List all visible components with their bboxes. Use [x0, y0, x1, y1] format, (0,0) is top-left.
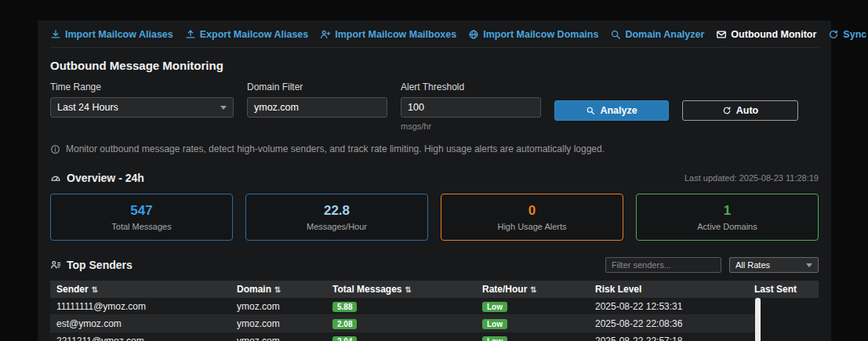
cell-sender: est@ymoz.com: [56, 318, 237, 329]
stat-card-messages-hour: 22.8 Messages/Hour: [245, 194, 428, 241]
upload-icon: [185, 29, 196, 40]
column-header-total-messages[interactable]: Total Messages⇅: [332, 284, 482, 295]
domain-filter-input[interactable]: [247, 97, 387, 118]
cell-sender: 11111111@ymoz.com: [56, 301, 237, 312]
stat-value: 1: [724, 203, 731, 219]
nav-label: Sync Manager: [843, 29, 868, 40]
stat-cards: 547 Total Messages 22.8 Messages/Hour 0 …: [50, 194, 819, 241]
refresh-icon: [722, 106, 732, 115]
chevron-down-icon: [806, 263, 812, 267]
time-range-value: Last 24 Hours: [57, 102, 118, 113]
time-range-select[interactable]: Last 24 Hours: [50, 97, 234, 118]
column-header-rate-hour[interactable]: Rate/Hour⇅: [482, 284, 595, 295]
alert-threshold-hint: msgs/hr: [401, 122, 541, 131]
sync-icon: [828, 29, 839, 40]
auto-button-label: Auto: [736, 105, 758, 116]
stat-card-high-usage-alerts: 0 High Usage Alerts: [441, 194, 623, 241]
table-scrollbar[interactable]: [755, 298, 761, 341]
cell-domain: ymoz.com: [237, 336, 332, 341]
nav-domain-analyzer[interactable]: Domain Analyzer: [610, 29, 704, 40]
stat-label: Messages/Hour: [307, 222, 367, 231]
messages-badge: 5.88: [332, 302, 357, 312]
nav-label: Export Mailcow Aliases: [200, 29, 308, 40]
auto-button[interactable]: Auto: [682, 100, 798, 121]
table-row[interactable]: est@ymoz.com ymoz.com 2.08 Low 2025-08-2…: [50, 315, 761, 332]
stat-card-active-domains: 1 Active Domains: [636, 194, 819, 241]
analyze-button[interactable]: Analyze: [554, 100, 669, 121]
stat-label: High Usage Alerts: [497, 222, 566, 231]
cell-domain: ymoz.com: [237, 318, 332, 329]
search-icon: [610, 29, 621, 40]
table-row[interactable]: 11111111@ymoz.com ymoz.com 5.88 Low 2025…: [50, 298, 761, 315]
outbound-monitor-page: Import Mailcow Aliases Export Mailcow Al…: [38, 20, 831, 341]
cell-timestamp: 2025-08-22 22:08:36: [595, 318, 761, 329]
rate-badge: Low: [482, 302, 507, 312]
nav-label: Import Mailcow Mailboxes: [335, 29, 456, 40]
sort-icon: ⇅: [405, 285, 410, 294]
chevron-down-icon: [220, 106, 227, 110]
time-range-label: Time Range: [50, 82, 234, 93]
nav-sync-manager[interactable]: Sync Manager: [828, 29, 868, 40]
cell-timestamp: 2025-08-22 12:53:31: [595, 301, 761, 312]
sort-icon: ⇅: [92, 285, 97, 294]
info-line: Monitor outbound message rates, detect h…: [50, 143, 819, 154]
cell-sender: 2211211@ymoz.com: [56, 336, 237, 341]
cell-timestamp: 2025-08-22 22:57:18: [595, 336, 761, 341]
stat-value: 547: [130, 203, 152, 219]
nav-export-aliases[interactable]: Export Mailcow Aliases: [185, 29, 308, 40]
user-plus-icon: [320, 29, 331, 40]
stat-value: 0: [528, 203, 536, 219]
nav-label: Outbound Monitor: [731, 29, 816, 40]
top-senders-title: Top Senders: [67, 259, 133, 271]
table-header-row: Sender⇅ Domain⇅ Total Messages⇅ Rate/Hou…: [50, 281, 819, 298]
filter-senders-input[interactable]: [605, 257, 721, 273]
time-range-group: Time Range Last 24 Hours: [50, 82, 234, 118]
nav-label: Import Mailcow Domains: [483, 29, 598, 40]
sort-icon: ⇅: [530, 285, 536, 294]
sort-icon: ⇅: [274, 285, 280, 294]
nav-label: Import Mailcow Aliases: [65, 29, 173, 40]
alert-threshold-label: Alert Threshold: [401, 82, 541, 93]
users-icon: [50, 259, 61, 270]
nav-import-domains[interactable]: Import Mailcow Domains: [468, 29, 598, 40]
table-row[interactable]: 2211211@ymoz.com ymoz.com 2.04 Low 2025-…: [50, 332, 761, 341]
filter-form: Time Range Last 24 Hours Domain Filter A…: [50, 82, 819, 131]
nav-import-mailboxes[interactable]: Import Mailcow Mailboxes: [320, 29, 456, 40]
top-senders-header: Top Senders All Rates: [50, 257, 819, 273]
rate-filter-value: All Rates: [735, 260, 770, 270]
envelope-icon: [716, 29, 727, 40]
rate-badge: Low: [482, 319, 507, 329]
column-header-domain[interactable]: Domain⇅: [237, 284, 332, 295]
toolbar: Import Mailcow Aliases Export Mailcow Al…: [50, 20, 819, 48]
info-text: Monitor outbound message rates, detect h…: [66, 143, 605, 154]
domain-filter-group: Domain Filter: [247, 82, 387, 118]
globe-icon: [468, 29, 479, 40]
nav-label: Domain Analyzer: [625, 29, 704, 40]
analyze-button-label: Analyze: [600, 105, 637, 116]
stat-label: Total Messages: [111, 222, 171, 231]
stat-card-total-messages: 547 Total Messages: [50, 194, 233, 241]
domain-filter-label: Domain Filter: [247, 82, 387, 93]
page-title: Outbound Message Monitoring: [50, 59, 819, 72]
info-icon: [50, 144, 60, 154]
search-icon: [586, 106, 595, 115]
cell-domain: ymoz.com: [237, 301, 332, 312]
download-icon: [50, 29, 61, 40]
messages-badge: 2.08: [332, 319, 357, 329]
column-header-risk-level: Risk Level: [595, 284, 754, 295]
last-updated: Last updated: 2025-08-23 11:28:19: [685, 173, 819, 183]
overview-header: Overview - 24h Last updated: 2025-08-23 …: [50, 172, 819, 184]
column-header-last-sent: Last Sent: [754, 284, 819, 295]
alert-threshold-group: Alert Threshold msgs/hr: [401, 82, 541, 131]
alert-threshold-input[interactable]: [401, 97, 541, 118]
column-header-sender[interactable]: Sender⇅: [56, 284, 237, 295]
rate-filter-select[interactable]: All Rates: [729, 257, 819, 273]
messages-badge: 2.04: [332, 336, 357, 341]
overview-title: Overview - 24h: [67, 172, 144, 184]
stat-label: Active Domains: [697, 222, 757, 231]
table-body: 11111111@ymoz.com ymoz.com 5.88 Low 2025…: [50, 298, 761, 341]
nav-outbound-monitor[interactable]: Outbound Monitor: [716, 29, 816, 40]
nav-import-aliases[interactable]: Import Mailcow Aliases: [50, 29, 173, 40]
stat-value: 22.8: [324, 203, 350, 219]
rate-badge: Low: [482, 336, 507, 341]
